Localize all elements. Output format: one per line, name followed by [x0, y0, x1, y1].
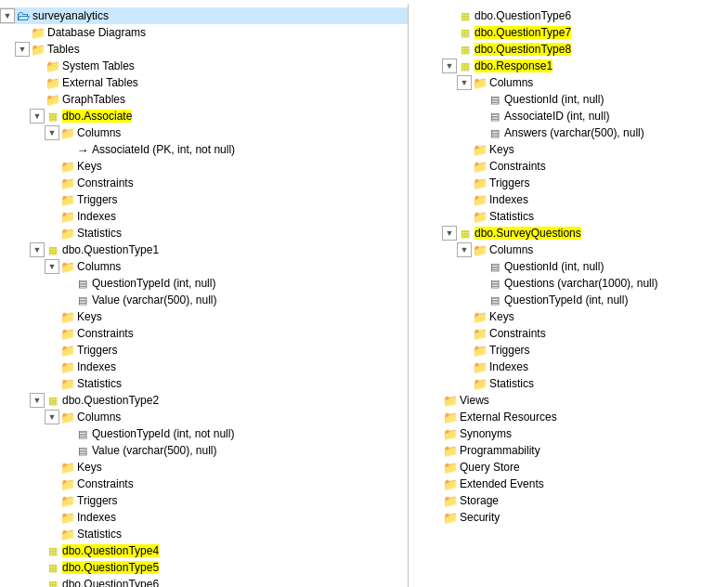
- expand-btn[interactable]: ▼: [0, 8, 15, 23]
- key-icon: →: [75, 142, 90, 157]
- tree-node[interactable]: → AssociateId (PK, int, not null): [0, 141, 408, 158]
- expand-btn[interactable]: ▼: [457, 242, 472, 257]
- tree-node[interactable]: ▼ ▦ dbo.QuestionType2: [0, 392, 408, 409]
- tree-node[interactable]: ▼ 📁 Columns: [0, 258, 408, 275]
- node-label: Extended Events: [460, 477, 544, 490]
- expand-btn[interactable]: ▼: [15, 42, 30, 57]
- expand-placeholder: [59, 426, 74, 441]
- tree-node[interactable]: ▼ ▦ dbo.Associate: [0, 108, 408, 124]
- table-icon: ▦: [46, 560, 60, 575]
- tree-node[interactable]: 📁 Triggers: [0, 342, 408, 359]
- tree-node[interactable]: 📁 Keys: [0, 158, 408, 175]
- node-label: QuestionTypeId (int, null): [504, 294, 628, 307]
- tree-node[interactable]: 📁 Storage: [412, 492, 728, 509]
- tree-node[interactable]: 📁 Statistics: [412, 375, 728, 392]
- folder-icon: 📁: [473, 192, 488, 207]
- tree-node[interactable]: ▤ QuestionId (int, null): [412, 258, 728, 275]
- tree-node[interactable]: ▦ dbo.QuestionType7: [412, 24, 728, 41]
- tree-node[interactable]: 📁 Triggers: [0, 492, 408, 509]
- tree-node[interactable]: 📁 Statistics: [0, 375, 408, 392]
- tree-node[interactable]: 📁 Security: [412, 509, 728, 526]
- tree-node[interactable]: ▦ dbo.QuestionType5: [0, 559, 408, 576]
- tree-node[interactable]: ▤ Answers (varchar(500), null): [412, 124, 728, 141]
- tree-node[interactable]: 📁 Constraints: [0, 325, 408, 342]
- expand-btn[interactable]: ▼: [442, 226, 457, 241]
- tree-node[interactable]: ▦ dbo.QuestionType8: [412, 41, 728, 58]
- folder-icon: 📁: [60, 125, 75, 140]
- tree-node[interactable]: ▼ 📁 Columns: [412, 241, 728, 258]
- tree-node[interactable]: 📁 Database Diagrams: [0, 24, 408, 41]
- expand-btn[interactable]: ▼: [30, 109, 45, 124]
- tree-node[interactable]: 📁 Triggers: [412, 342, 728, 359]
- tree-node[interactable]: ▼ 🗁 surveyanalytics: [0, 7, 408, 24]
- folder-icon: 📁: [473, 176, 488, 190]
- tree-node[interactable]: 📁 Synonyms: [412, 425, 728, 442]
- expand-btn[interactable]: ▼: [45, 410, 59, 424]
- tree-node[interactable]: ▼ 📁 Columns: [0, 124, 408, 141]
- expand-placeholder: [15, 25, 30, 40]
- tree-node[interactable]: 📁 GraphTables: [0, 91, 408, 108]
- tree-node[interactable]: ▤ AssociateID (int, null): [412, 108, 728, 124]
- tree-node[interactable]: 📁 Views: [412, 392, 728, 409]
- tree-node[interactable]: 📁 Indexes: [0, 359, 408, 375]
- expand-placeholder: [427, 460, 442, 475]
- tree-node[interactable]: 📁 External Resources: [412, 409, 728, 425]
- tree-node[interactable]: 📁 Indexes: [0, 509, 408, 526]
- tree-node[interactable]: 📁 External Tables: [0, 74, 408, 91]
- folder-icon: 📁: [60, 259, 75, 274]
- folder-icon: 📁: [473, 343, 488, 358]
- expand-btn[interactable]: ▼: [45, 259, 59, 274]
- column-icon: ▤: [488, 109, 502, 124]
- tree-node[interactable]: 📁 Keys: [412, 308, 728, 325]
- tree-node[interactable]: 📁 System Tables: [0, 58, 408, 74]
- expand-btn[interactable]: ▼: [30, 242, 45, 257]
- tree-node[interactable]: 📁 Indexes: [0, 208, 408, 225]
- expand-placeholder: [457, 309, 472, 324]
- tree-node[interactable]: 📁 Constraints: [412, 158, 728, 175]
- tree-node[interactable]: ▼ 📁 Tables: [0, 41, 408, 58]
- tree-node[interactable]: ▤ QuestionTypeId (int, null): [0, 275, 408, 292]
- tree-node[interactable]: 📁 Constraints: [0, 175, 408, 191]
- expand-btn[interactable]: ▼: [457, 75, 472, 90]
- tree-node[interactable]: 📁 Keys: [412, 141, 728, 158]
- node-label: Storage: [460, 494, 499, 507]
- tree-node[interactable]: ▦ dbo.QuestionType6: [0, 576, 408, 587]
- expand-btn[interactable]: ▼: [30, 393, 45, 408]
- tree-node[interactable]: 📁 Keys: [0, 459, 408, 476]
- tree-node[interactable]: 📁 Triggers: [0, 191, 408, 208]
- node-label: Query Store: [460, 461, 520, 474]
- tree-node[interactable]: ▼ 📁 Columns: [412, 74, 728, 91]
- column-icon: ▤: [488, 293, 502, 307]
- tree-node[interactable]: 📁 Extended Events: [412, 476, 728, 492]
- tree-node[interactable]: 📁 Constraints: [0, 476, 408, 492]
- tree-node[interactable]: 📁 Constraints: [412, 325, 728, 342]
- tree-node[interactable]: 📁 Statistics: [412, 208, 728, 225]
- expand-btn[interactable]: ▼: [442, 59, 457, 73]
- tree-node[interactable]: ▼ ▦ dbo.SurveyQuestions: [412, 225, 728, 241]
- node-label: Columns: [77, 411, 121, 424]
- tree-node[interactable]: 📁 Triggers: [412, 175, 728, 191]
- node-label: External Tables: [62, 76, 138, 89]
- tree-node[interactable]: 📁 Indexes: [412, 359, 728, 375]
- tree-node[interactable]: ▦ dbo.QuestionType4: [0, 542, 408, 559]
- tree-node[interactable]: ▤ QuestionTypeId (int, null): [412, 292, 728, 308]
- tree-node[interactable]: 📁 Indexes: [412, 191, 728, 208]
- tree-node[interactable]: ▤ QuestionTypeId (int, not null): [0, 425, 408, 442]
- tree-node[interactable]: ▼ 📁 Columns: [0, 409, 408, 425]
- node-label: Indexes: [489, 360, 528, 373]
- tree-node[interactable]: 📁 Statistics: [0, 526, 408, 542]
- tree-node[interactable]: 📁 Query Store: [412, 459, 728, 476]
- tree-node[interactable]: ▤ Questions (varchar(1000), null): [412, 275, 728, 292]
- tree-node[interactable]: ▤ Value (varchar(500), null): [0, 442, 408, 459]
- tree-node[interactable]: ▤ Value (varchar(500), null): [0, 292, 408, 308]
- tree-node[interactable]: 📁 Statistics: [0, 225, 408, 241]
- tree-node[interactable]: ▼ ▦ dbo.Response1: [412, 58, 728, 74]
- node-label: Triggers: [489, 176, 530, 189]
- tree-node[interactable]: ▼ ▦ dbo.QuestionType1: [0, 241, 408, 258]
- tree-node[interactable]: ▤ QuestionId (int, null): [412, 91, 728, 108]
- expand-btn[interactable]: ▼: [45, 125, 59, 140]
- table-icon: ▦: [458, 42, 473, 57]
- tree-node[interactable]: ▦ dbo.QuestionType6: [412, 7, 728, 24]
- tree-node[interactable]: 📁 Programmability: [412, 442, 728, 459]
- tree-node[interactable]: 📁 Keys: [0, 308, 408, 325]
